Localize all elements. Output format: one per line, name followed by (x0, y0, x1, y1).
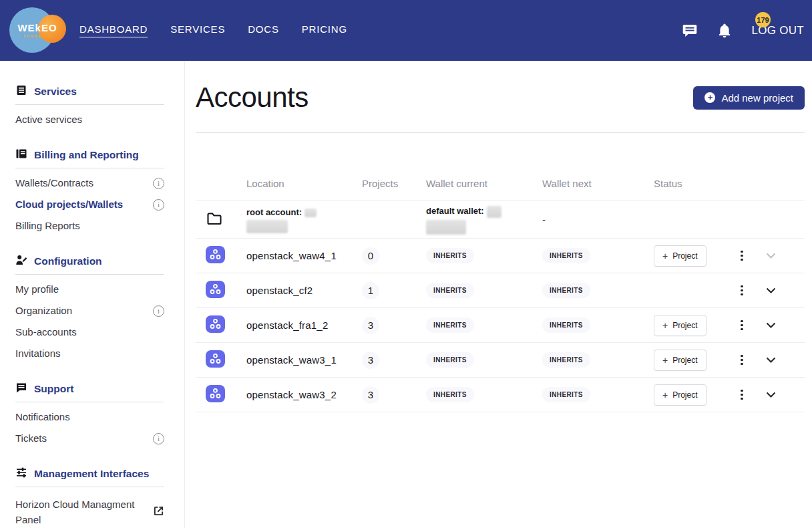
nav-pricing[interactable]: PRICING (302, 23, 347, 37)
logo-subtext: COMMERCE (9, 34, 66, 38)
account-name: openstack_fra1_2 (246, 319, 362, 331)
sidebar-item-active-services[interactable]: Active services (15, 109, 164, 130)
info-icon[interactable] (153, 199, 164, 211)
sidebar-section-billing: Billing and Reporting Wallets/Contracts … (15, 147, 164, 237)
wallet-current-badge: INHERITS (426, 352, 474, 368)
cluster-icon (206, 350, 225, 370)
cluster-icon (206, 385, 225, 404)
wallet-next-badge: INHERITS (542, 317, 590, 333)
plus-circle-icon (704, 92, 715, 103)
projects-count: 3 (362, 352, 379, 369)
sidebar-item-organization[interactable]: Organization (15, 300, 164, 321)
row-menu-kebab-icon[interactable] (734, 352, 750, 368)
divider (15, 487, 164, 487)
sidebar-item-sub-accounts[interactable]: Sub-accounts (15, 321, 164, 343)
col-wallet-next: Wallet next (542, 178, 654, 189)
account-name: openstack_waw3_1 (246, 354, 362, 366)
cluster-icon (206, 246, 225, 265)
billing-icon (15, 148, 27, 162)
chevron-down-icon[interactable] (766, 357, 805, 363)
bell-icon[interactable] (717, 23, 733, 39)
sidebar-item-my-profile[interactable]: My profile (15, 279, 164, 300)
top-navbar: WEkEO COMMERCE DASHBOARD SERVICES DOCS P… (0, 0, 812, 61)
folder-icon (206, 211, 223, 229)
table-row: openstack_waw4_1 0 INHERITS INHERITS Pro… (196, 239, 805, 273)
row-menu-kebab-icon[interactable] (734, 248, 750, 264)
wekeo-logo[interactable]: WEkEO COMMERCE (9, 5, 66, 57)
chat-icon[interactable] (682, 23, 698, 39)
table-header-row: Location Projects Wallet current Wallet … (196, 166, 805, 201)
chevron-down-icon[interactable] (766, 253, 805, 259)
redacted-text (246, 220, 288, 233)
plus-icon (662, 390, 668, 400)
row-menu-kebab-icon[interactable] (734, 387, 750, 403)
sidebar-item-invitations[interactable]: Invitations (15, 343, 164, 364)
col-projects: Projects (362, 178, 426, 189)
sidebar-section-support: Support Notifications Tickets (15, 381, 164, 449)
add-project-button[interactable]: Project (654, 384, 706, 406)
table-row: openstack_cf2 1 INHERITS INHERITS (196, 273, 805, 308)
redacted-text (304, 209, 317, 217)
configuration-icon (15, 254, 27, 269)
sidebar-section-management-interfaces: Management Interfaces Horizon Cloud Mana… (15, 466, 164, 528)
accounts-table: Location Projects Wallet current Wallet … (196, 132, 805, 412)
wallet-current-badge: INHERITS (426, 317, 474, 333)
wallet-current-badge: INHERITS (426, 248, 474, 263)
account-name: openstack_waw3_2 (246, 389, 362, 400)
add-new-project-button[interactable]: Add new project (693, 86, 805, 110)
projects-count: 3 (362, 317, 379, 334)
chevron-down-icon[interactable] (766, 322, 805, 328)
table-row: openstack_waw3_1 3 INHERITS INHERITS Pro… (196, 343, 805, 378)
nav-dashboard[interactable]: DASHBOARD (79, 23, 148, 37)
page-title: Accounts (196, 82, 309, 114)
plus-icon (662, 355, 668, 366)
table-toolbar-space (196, 133, 805, 166)
wallet-next-badge: INHERITS (542, 283, 590, 298)
row-menu-kebab-icon[interactable] (734, 283, 750, 299)
divider (15, 104, 164, 105)
chevron-down-icon[interactable] (766, 287, 805, 293)
wallet-next-value: - (542, 214, 654, 225)
col-status: Status (654, 178, 734, 189)
projects-count: 3 (362, 386, 379, 404)
section-title: Billing and Reporting (34, 149, 139, 161)
divider (15, 402, 164, 402)
nav-services[interactable]: SERVICES (170, 23, 225, 37)
navbar-right: LOG OUT (682, 0, 804, 61)
management-interfaces-icon (15, 467, 27, 481)
add-project-button[interactable]: Project (654, 245, 706, 267)
info-icon[interactable] (153, 433, 164, 444)
sidebar: Services Active services Billing and Rep… (0, 61, 185, 528)
services-icon (15, 84, 27, 99)
sidebar-item-cloud-projects-wallets[interactable]: Cloud projects/Wallets (15, 194, 164, 215)
row-menu-kebab-icon[interactable] (734, 317, 750, 334)
wallet-next-badge: INHERITS (542, 352, 590, 368)
sidebar-section-configuration: Configuration My profile Organization Su… (15, 253, 164, 364)
notification-badge[interactable]: 179 (755, 12, 771, 27)
external-link-icon (153, 505, 164, 519)
sidebar-item-horizon-panel[interactable]: Horizon Cloud Managment Panel (15, 491, 164, 528)
sidebar-item-wallets-contracts[interactable]: Wallets/Contracts (15, 172, 164, 194)
projects-count: 1 (362, 282, 379, 299)
section-title: Configuration (34, 255, 102, 267)
nav-docs[interactable]: DOCS (248, 23, 279, 37)
add-project-button[interactable]: Project (654, 350, 706, 371)
add-project-button[interactable]: Project (654, 315, 706, 336)
info-icon[interactable] (153, 305, 164, 317)
support-icon (15, 382, 27, 396)
plus-icon (662, 320, 668, 331)
logo-text: WEkEO (9, 22, 66, 33)
account-name: openstack_cf2 (246, 285, 362, 296)
plus-icon (662, 251, 668, 261)
main-content: Accounts Add new project Location Projec… (185, 61, 812, 528)
wallet-current-badge: INHERITS (426, 387, 474, 402)
sidebar-item-tickets[interactable]: Tickets (15, 428, 164, 449)
info-icon[interactable] (153, 178, 164, 189)
sidebar-item-notifications[interactable]: Notifications (15, 406, 164, 428)
divider (15, 168, 164, 168)
chevron-down-icon[interactable] (766, 392, 805, 398)
cluster-icon (206, 315, 225, 335)
root-account-cell: root account: (246, 206, 362, 233)
sidebar-item-billing-reports[interactable]: Billing Reports (15, 215, 164, 237)
table-row: openstack_fra1_2 3 INHERITS INHERITS Pro… (196, 308, 805, 343)
